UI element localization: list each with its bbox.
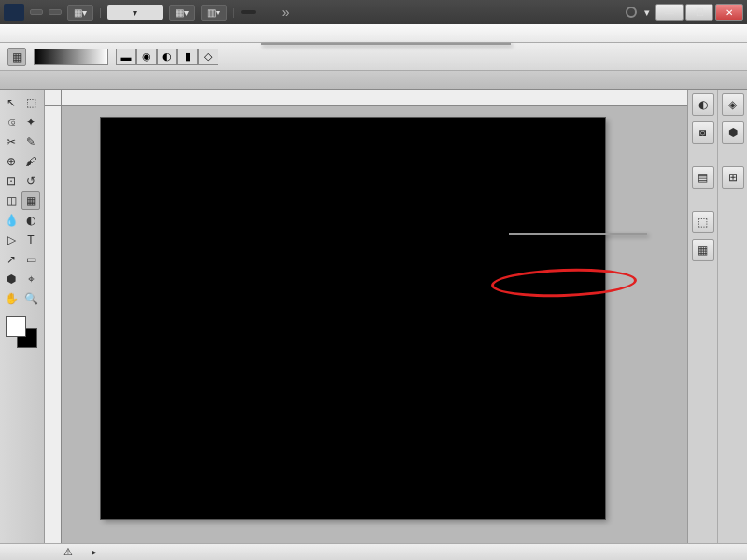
lasso-tool[interactable]: ⟃ bbox=[2, 113, 21, 132]
histogram-panel-icon[interactable]: ◙ bbox=[692, 121, 714, 144]
menubar bbox=[0, 24, 747, 43]
marquee-tool[interactable]: ⬚ bbox=[21, 93, 40, 112]
workspace-psd-tutorials[interactable] bbox=[241, 10, 256, 14]
reflected-gradient-button[interactable]: ▮ bbox=[177, 49, 198, 65]
gradient-tool-icon[interactable]: ▦ bbox=[7, 48, 26, 66]
radial-gradient-button[interactable]: ◉ bbox=[136, 49, 157, 65]
status-warning-icon: ⚠ bbox=[63, 546, 73, 558]
document-canvas[interactable] bbox=[101, 118, 605, 519]
type-tool[interactable]: T bbox=[21, 231, 40, 249]
color-swatches[interactable] bbox=[2, 316, 39, 354]
filter-menu bbox=[261, 43, 511, 45]
status-arrow-icon[interactable]: ▸ bbox=[92, 546, 97, 558]
workspace-more-icon[interactable]: » bbox=[278, 5, 293, 20]
character-panel-icon[interactable]: ⊞ bbox=[722, 166, 744, 189]
blur-tool[interactable]: 💧 bbox=[2, 211, 21, 230]
3d-camera-tool[interactable]: ⌖ bbox=[21, 270, 40, 288]
minibridge-button[interactable] bbox=[49, 9, 62, 15]
adjustments-panel-icon[interactable]: ◐ bbox=[692, 93, 714, 116]
close-button[interactable]: ✕ bbox=[715, 4, 743, 21]
gradient-tool[interactable]: ▦ bbox=[21, 191, 40, 210]
titlebar: ▦▾ | ▾ ▦▾ ▥▾ | » ▾ — ☐ ✕ bbox=[0, 0, 747, 24]
app-logo bbox=[4, 4, 24, 21]
brush-tool[interactable]: 🖌 bbox=[21, 152, 40, 171]
minimize-button[interactable]: — bbox=[655, 4, 684, 21]
statusbar: ⚠ ▸ bbox=[0, 543, 747, 560]
cs-live-button[interactable]: ▾ bbox=[626, 7, 650, 19]
history-brush-tool[interactable]: ↺ bbox=[21, 172, 40, 190]
stamp-tool[interactable]: ⊡ bbox=[2, 172, 21, 190]
eyedropper-tool[interactable]: ✎ bbox=[21, 133, 40, 151]
maximize-button[interactable]: ☐ bbox=[685, 4, 713, 21]
3d-tool[interactable]: ⬢ bbox=[2, 270, 21, 288]
horizontal-ruler[interactable] bbox=[62, 90, 687, 106]
hand-tool[interactable]: ✋ bbox=[2, 289, 21, 308]
styles-panel-icon[interactable]: ◈ bbox=[722, 93, 744, 116]
shape-tool[interactable]: ▭ bbox=[21, 250, 40, 269]
panels-dock: ◐ ◙ ▤ ⬚ ▦ ◈ ⬢ ⊞ bbox=[687, 90, 747, 543]
screen-mode-button[interactable]: ▦▾ bbox=[67, 5, 93, 21]
linear-gradient-button[interactable]: ▬ bbox=[116, 49, 136, 65]
eraser-tool[interactable]: ◫ bbox=[2, 191, 21, 210]
angle-gradient-button[interactable]: ◐ bbox=[157, 49, 177, 65]
pen-tool[interactable]: ▷ bbox=[2, 231, 21, 249]
workspace: ↖ ⬚ ⟃ ✦ ✂ ✎ ⊕ 🖌 ⊡ ↺ ◫ ▦ 💧 ◐ ▷ T ↗ ▭ ⬢ ⌖ … bbox=[0, 90, 747, 543]
path-select-tool[interactable]: ↗ bbox=[2, 250, 21, 269]
arrange-docs-button[interactable]: ▥▾ bbox=[201, 5, 227, 21]
move-tool[interactable]: ↖ bbox=[2, 93, 21, 112]
toolbox: ↖ ⬚ ⟃ ✦ ✂ ✎ ⊕ 🖌 ⊡ ↺ ◫ ▦ 💧 ◐ ▷ T ↗ ▭ ⬢ ⌖ … bbox=[0, 90, 45, 543]
foreground-color-swatch[interactable] bbox=[6, 316, 26, 337]
document-tabs bbox=[0, 71, 747, 90]
canvas-area bbox=[45, 90, 687, 543]
view-extras-button[interactable]: ▦▾ bbox=[169, 5, 195, 21]
crop-tool[interactable]: ✂ bbox=[2, 133, 21, 151]
optionsbar: ▦ ▬ ◉ ◐ ▮ ◇ bbox=[0, 43, 747, 71]
channels-panel-icon[interactable]: ▦ bbox=[692, 239, 714, 261]
paths-panel-icon[interactable]: ⬚ bbox=[692, 211, 714, 233]
swatches-panel-icon[interactable]: ⬢ bbox=[722, 121, 744, 144]
bridge-button[interactable] bbox=[30, 9, 43, 15]
cs-live-icon bbox=[626, 7, 637, 18]
renderfilter-submenu bbox=[509, 233, 647, 235]
ruler-origin[interactable] bbox=[45, 90, 62, 106]
zoom-display[interactable]: ▾ bbox=[107, 5, 163, 20]
gradient-type-buttons: ▬ ◉ ◐ ▮ ◇ bbox=[116, 49, 218, 65]
dodge-tool[interactable]: ◐ bbox=[21, 211, 40, 230]
wand-tool[interactable]: ✦ bbox=[21, 113, 40, 132]
gradient-preview[interactable] bbox=[34, 49, 108, 65]
layers-panel-icon[interactable]: ▤ bbox=[692, 166, 714, 189]
healing-tool[interactable]: ⊕ bbox=[2, 152, 21, 171]
vertical-ruler[interactable] bbox=[45, 106, 62, 543]
diamond-gradient-button[interactable]: ◇ bbox=[198, 49, 218, 65]
zoom-tool[interactable]: 🔍 bbox=[21, 289, 40, 308]
